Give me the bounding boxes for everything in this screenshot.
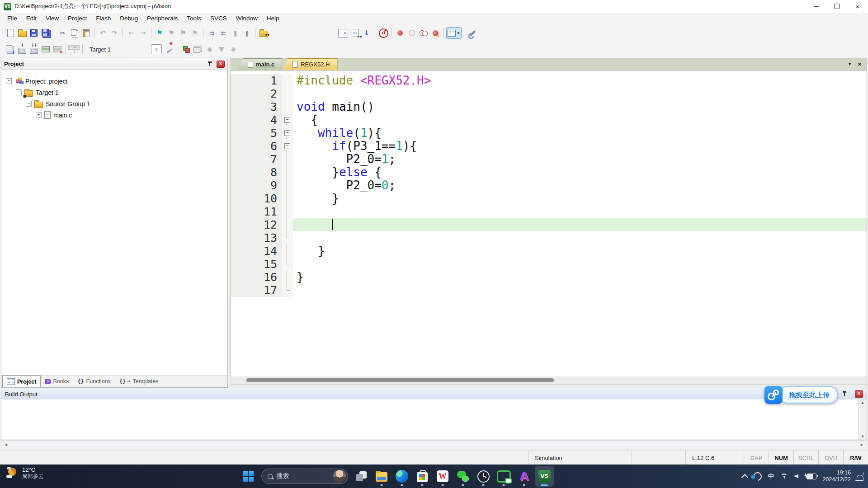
menu-tools[interactable]: Tools: [182, 13, 206, 24]
copy-icon[interactable]: [68, 27, 80, 39]
code-line[interactable]: 5 while(1){: [231, 127, 867, 140]
code-text[interactable]: }else {: [293, 166, 867, 179]
scroll-left-icon[interactable]: ◄: [4, 442, 8, 447]
disable-all-breakpoints-icon[interactable]: [418, 27, 429, 39]
pin-icon[interactable]: [842, 391, 847, 397]
code-text[interactable]: void main(): [293, 100, 867, 113]
menu-flash[interactable]: Flash: [91, 13, 115, 24]
menu-peripherals[interactable]: Peripherals: [142, 13, 182, 24]
code-text[interactable]: if(P3_1==1){: [293, 140, 867, 153]
tree-item[interactable]: −Project: project: [1, 75, 227, 87]
menu-help[interactable]: Help: [262, 13, 284, 24]
code-text[interactable]: P2_0=0;: [293, 179, 867, 192]
code-line[interactable]: 17: [231, 284, 867, 297]
code-text[interactable]: [293, 218, 867, 231]
target-select[interactable]: Target 1∨: [87, 44, 162, 54]
menu-file[interactable]: File: [3, 13, 22, 24]
undo-icon[interactable]: ↶: [97, 27, 108, 39]
code-text[interactable]: [293, 205, 867, 218]
code-text[interactable]: }: [293, 244, 867, 258]
diamond-icon[interactable]: ◆: [204, 43, 216, 55]
code-line[interactable]: 12: [231, 218, 867, 231]
ime-indicator[interactable]: 中: [768, 472, 774, 481]
previous-bookmark-icon[interactable]: ⚑: [165, 27, 177, 39]
clear-bookmarks-icon[interactable]: ⚑: [189, 27, 201, 39]
translate-icon[interactable]: [5, 43, 16, 55]
fold-marker-icon[interactable]: [282, 127, 293, 140]
wifi-icon[interactable]: [780, 474, 788, 479]
panel-tab-project[interactable]: Project: [2, 375, 41, 387]
tree-item[interactable]: −Source Group 1: [1, 98, 227, 109]
code-area[interactable]: 1#include <REGX52.H>23void main()4 {5 wh…: [231, 70, 867, 377]
indent-icon[interactable]: ⇉: [206, 27, 217, 39]
options-for-target-icon[interactable]: [164, 43, 175, 55]
next-bookmark-icon[interactable]: ⚑: [177, 27, 189, 39]
volume-icon[interactable]: [794, 474, 798, 479]
tree-expander-icon[interactable]: −: [16, 89, 22, 95]
code-line[interactable]: 8 }else {: [231, 166, 867, 179]
build-icon[interactable]: [16, 43, 28, 55]
kill-all-breakpoints-icon[interactable]: [429, 27, 441, 39]
cut-icon[interactable]: ✂: [57, 27, 68, 39]
keil-uvision-icon[interactable]: V5: [535, 466, 554, 487]
panel-tab-functions[interactable]: {}Functions: [73, 375, 115, 387]
find-in-files-icon[interactable]: [258, 27, 269, 39]
wechat-icon[interactable]: [453, 466, 472, 487]
insert-breakpoint-icon[interactable]: [394, 27, 406, 39]
code-text[interactable]: [293, 258, 867, 271]
code-line[interactable]: 3void main(): [231, 100, 867, 113]
open-file-icon[interactable]: [16, 27, 28, 39]
menu-svcs[interactable]: SVCS: [206, 13, 231, 24]
batch-build-icon[interactable]: [40, 43, 52, 55]
tree-expander-icon[interactable]: +: [36, 112, 42, 118]
fold-marker-icon[interactable]: [282, 140, 293, 153]
save-icon[interactable]: [28, 27, 40, 39]
insert-bookmark-icon[interactable]: ⚑: [154, 27, 165, 39]
task-view-icon[interactable]: [352, 466, 371, 487]
battery-icon[interactable]: [807, 474, 816, 479]
unindent-icon[interactable]: ⇇: [217, 27, 229, 39]
code-text[interactable]: [293, 231, 867, 244]
minimize-button[interactable]: [806, 0, 826, 13]
code-line[interactable]: 4 {: [231, 113, 867, 127]
menu-project[interactable]: Project: [63, 13, 91, 24]
code-text[interactable]: while(1){: [293, 127, 867, 140]
code-line[interactable]: 9 P2_0=0;: [231, 179, 867, 192]
build-vertical-scrollbar[interactable]: ▲ ▼: [858, 399, 867, 440]
notifications-bell-icon[interactable]: [857, 475, 863, 480]
screen-mirror-app-icon[interactable]: [494, 466, 513, 487]
file-explorer-icon[interactable]: [372, 466, 391, 487]
code-line[interactable]: 10 }: [231, 192, 867, 205]
find-combo[interactable]: [337, 27, 349, 39]
code-line[interactable]: 16}: [231, 271, 867, 284]
tree-item[interactable]: −Target 1: [1, 87, 227, 98]
start-stop-debug-icon[interactable]: d: [377, 27, 389, 39]
menu-debug[interactable]: Debug: [115, 13, 142, 24]
taskbar-search[interactable]: 搜索: [261, 469, 348, 484]
code-text[interactable]: }: [293, 271, 867, 284]
new-file-icon[interactable]: [5, 27, 16, 39]
tree-item[interactable]: +main.c: [1, 109, 227, 121]
editor-tab-main.c[interactable]: main.c: [238, 58, 282, 70]
sync-icon[interactable]: [752, 470, 764, 483]
tab-list-dropdown-icon[interactable]: ▼: [848, 62, 852, 66]
close-icon[interactable]: ×: [855, 390, 863, 398]
close-document-icon[interactable]: ×: [857, 61, 862, 67]
clock-app-icon[interactable]: [474, 466, 493, 487]
code-line[interactable]: 7 P2_0=1;: [231, 153, 867, 166]
netdisk-icon[interactable]: [764, 386, 783, 404]
code-line[interactable]: 15: [231, 258, 867, 271]
comment-icon[interactable]: ∥: [229, 27, 241, 39]
pin-icon[interactable]: [208, 61, 212, 67]
panel-tab-books[interactable]: ?Books: [41, 375, 73, 387]
save-all-icon[interactable]: [40, 27, 52, 39]
chevron-down-icon[interactable]: ∨: [151, 44, 162, 54]
rebuild-icon[interactable]: [28, 43, 40, 55]
diamonds-icon[interactable]: ◈: [227, 43, 239, 55]
edge-icon[interactable]: [392, 466, 411, 487]
panel-tab-templates[interactable]: {}→Templates: [115, 375, 163, 387]
wps-icon[interactable]: W: [433, 466, 452, 487]
scrollbar-thumb[interactable]: [246, 378, 554, 382]
filter-icon[interactable]: ▼: [216, 43, 227, 55]
menu-window[interactable]: Window: [231, 13, 262, 24]
